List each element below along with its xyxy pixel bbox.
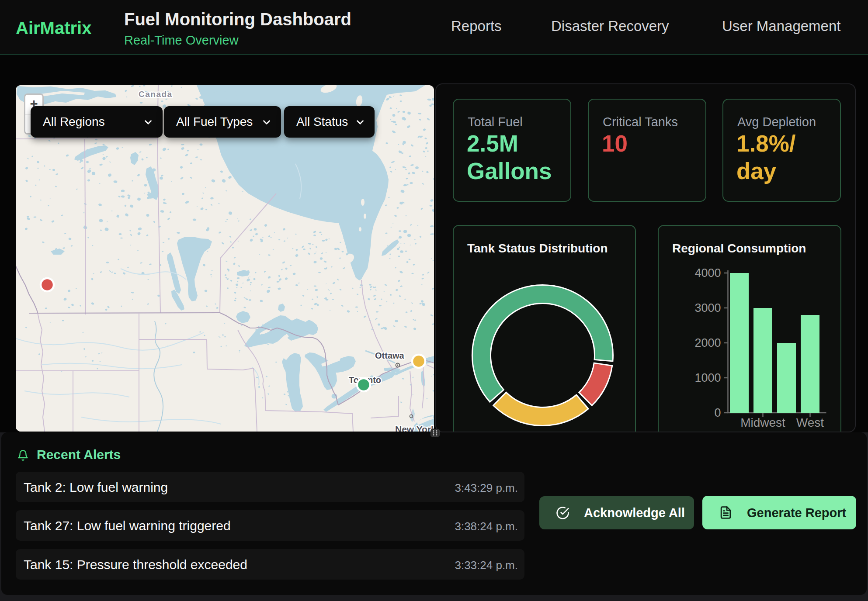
svg-text:4000: 4000 bbox=[694, 266, 721, 280]
svg-text:1000: 1000 bbox=[694, 371, 721, 384]
svg-text:Canada: Canada bbox=[139, 90, 173, 99]
svg-text:Ottawa: Ottawa bbox=[375, 351, 405, 360]
svg-text:0: 0 bbox=[714, 406, 721, 419]
svg-text:New York: New York bbox=[395, 424, 434, 432]
svg-text:2000: 2000 bbox=[694, 336, 721, 349]
svg-text:West: West bbox=[796, 416, 824, 429]
svg-text:3000: 3000 bbox=[694, 301, 721, 314]
svg-text:Midwest: Midwest bbox=[740, 416, 785, 429]
